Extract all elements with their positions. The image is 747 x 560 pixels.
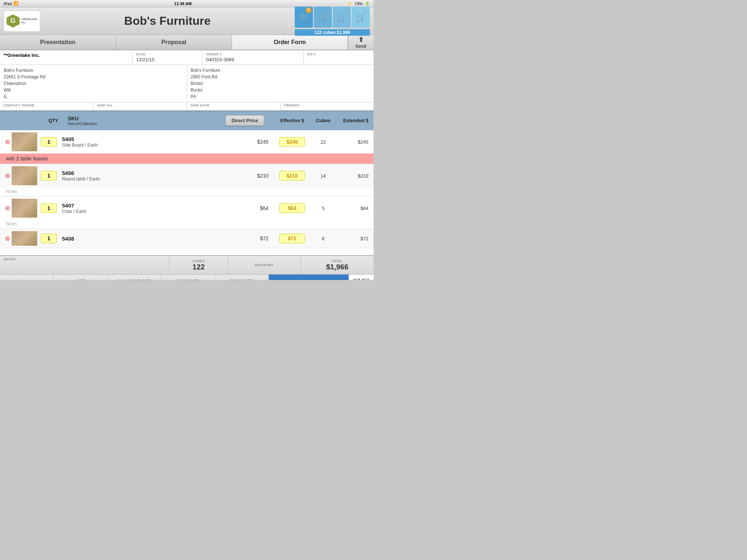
contact-phone-label: CONTACT PHONE bbox=[0, 102, 93, 110]
preposal-button[interactable]: PRE-POSAL™ bbox=[269, 275, 349, 280]
bottom-nav: v1.37.8 USER 👤 MANUFACTURER 🏭 CUSTOMER 👥… bbox=[0, 274, 374, 280]
logo-text: GREENLAKE Inc. bbox=[22, 18, 38, 24]
tab-proposal[interactable]: Proposal bbox=[116, 35, 232, 50]
qty-input-1[interactable]: 1 bbox=[41, 137, 57, 147]
bill-line-4: Will bbox=[4, 87, 183, 93]
bill-line-2: 22661 S Frontage Rd bbox=[4, 74, 183, 80]
cubes-cell-4: 6 bbox=[312, 236, 334, 241]
date-cell: DATE 12/21/15 bbox=[132, 50, 202, 65]
nav-customer-label: CUSTOMER bbox=[176, 279, 199, 280]
ship-line-2: 2900 Ford Rd bbox=[191, 74, 370, 80]
cart-button-4[interactable]: 🛒 bbox=[352, 7, 370, 28]
send-icon: ⬆ bbox=[358, 36, 364, 44]
cart-button-1[interactable]: 5 🛒 bbox=[295, 7, 313, 28]
nav-user-label: USER bbox=[75, 279, 86, 280]
table-header: QTY SKU Name/Collection Direct Price Eff… bbox=[0, 111, 374, 130]
cart-icon-1: 🛒 bbox=[299, 12, 309, 22]
cart-area: 5 🛒 🛒 🛒 🛒 122 cubes $1,966 bbox=[295, 7, 370, 36]
nav-manufacturer[interactable]: MANUFACTURER 🏭 bbox=[108, 275, 161, 280]
table-row: ⊗ 1 5407 Chair / Earth $64 $64 5 $64 Not bbox=[0, 197, 374, 229]
sku-cell-1: 5405 Side Board / Earth bbox=[62, 136, 217, 148]
nav-user[interactable]: USER 👤 bbox=[54, 275, 107, 280]
price-cell-4: $72 bbox=[217, 236, 272, 241]
app-header: G GREENLAKE Inc. Bob's Furniture 5 🛒 🛒 🛒 bbox=[0, 7, 374, 35]
cubes-cell-3: 5 bbox=[312, 206, 334, 211]
cart-button-2[interactable]: 🛒 bbox=[314, 7, 332, 28]
sku-cell-3: 5407 Chair / Earth bbox=[62, 202, 217, 214]
sku-num-2: 5406 bbox=[62, 170, 217, 176]
product-rows: ⊗ 1 5405 Side Board / Earth $245 $245 22… bbox=[0, 130, 374, 248]
notes-label-3: Notes bbox=[0, 220, 374, 229]
qty-input-4[interactable]: 1 bbox=[41, 234, 57, 243]
po-label: PO # bbox=[307, 52, 370, 56]
status-time: 11:36 AM bbox=[174, 1, 192, 6]
sku-num-4: 5408 bbox=[62, 236, 217, 242]
effective-cell-2: $210 bbox=[272, 171, 312, 180]
footer-summary: NOTES CUBES 122 DISCOUNT TOTAL $1,966 bbox=[0, 255, 374, 274]
footer-discount: DISCOUNT bbox=[228, 256, 301, 274]
battery-level: 73% bbox=[355, 1, 363, 6]
product-row-main-1: ⊗ 1 5405 Side Board / Earth $245 $245 22… bbox=[0, 130, 374, 153]
contact-row: CONTACT PHONE SHIP VIA SHIP DATE FREIGHT bbox=[0, 102, 374, 111]
price-cell-1: $245 bbox=[217, 139, 272, 145]
notes-label-2: Notes bbox=[0, 187, 374, 196]
col-sku-label: SKU bbox=[68, 116, 217, 121]
product-row-main-2: ⊗ 1 5406 Round table / Earth $210 $210 1… bbox=[0, 164, 374, 187]
svg-rect-0 bbox=[353, 279, 360, 280]
bottom-version-area: v1.37.8 bbox=[0, 275, 54, 280]
bluetooth-icon: ⚡ bbox=[347, 1, 352, 6]
logo: G GREENLAKE Inc. bbox=[4, 11, 40, 32]
direct-price-button[interactable]: Direct Price bbox=[225, 115, 264, 126]
nav-tabs: Presentation Proposal Order Form ⬆ Send bbox=[0, 35, 374, 50]
qty-cell-4: 1 bbox=[41, 234, 60, 243]
tab-presentation[interactable]: Presentation bbox=[0, 35, 116, 50]
date-label: DATE bbox=[136, 52, 198, 56]
table-row: ⊗ 1 5408 $72 $72 6 $72 bbox=[0, 229, 374, 248]
cubes-footer-value: 122 bbox=[193, 263, 205, 271]
delete-button-1[interactable]: ⊗ bbox=[3, 138, 12, 146]
effective-value-2[interactable]: $210 bbox=[279, 171, 305, 180]
extended-cell-3: $64 bbox=[334, 206, 371, 211]
effective-value-4[interactable]: $72 bbox=[279, 234, 305, 243]
effective-value-3[interactable]: $64 bbox=[279, 203, 305, 213]
battery-icon: 🔋 bbox=[365, 1, 370, 6]
company-cell: **Greenlake Inc. bbox=[0, 50, 132, 65]
thumb-img-1 bbox=[12, 132, 37, 151]
qr-button[interactable] bbox=[349, 275, 374, 280]
delete-button-3[interactable]: ⊗ bbox=[3, 204, 12, 212]
logo-company: GREENLAKE bbox=[22, 18, 38, 21]
status-right: ⚡ 73% 🔋 bbox=[347, 1, 370, 6]
nav-products[interactable]: PRODUCTS ⊞ bbox=[215, 275, 268, 280]
notes-footer-label: NOTES bbox=[4, 257, 166, 261]
product-thumb-2 bbox=[12, 166, 37, 185]
logo-letter: G bbox=[11, 17, 16, 25]
order-info-header: **Greenlake Inc. DATE 12/21/15 ORDER # 0… bbox=[0, 50, 374, 65]
delete-button-4[interactable]: ⊗ bbox=[3, 234, 12, 242]
cart-icon-4: 🛒 bbox=[356, 12, 366, 22]
address-section: Bob's Furniture 22661 S Frontage Rd Chan… bbox=[0, 65, 374, 102]
qty-input-3[interactable]: 1 bbox=[41, 203, 57, 213]
billing-address: Bob's Furniture 22661 S Frontage Rd Chan… bbox=[0, 65, 187, 102]
send-button[interactable]: ⬆ Send bbox=[348, 35, 374, 50]
wifi-icon: 📶 bbox=[13, 1, 19, 6]
tab-order-form[interactable]: Order Form bbox=[232, 35, 348, 50]
effective-value-1[interactable]: $245 bbox=[279, 137, 305, 147]
ship-line-3: Bristol bbox=[191, 80, 370, 87]
qty-input-2[interactable]: 1 bbox=[41, 171, 57, 180]
company-name: **Greenlake Inc. bbox=[4, 52, 40, 58]
extended-cell-2: $210 bbox=[334, 173, 371, 179]
col-extended: Extended $ bbox=[334, 118, 371, 123]
discount-footer-label: DISCOUNT bbox=[255, 263, 274, 267]
nav-customer[interactable]: CUSTOMER 👥 bbox=[161, 275, 215, 280]
date-value: 12/21/15 bbox=[136, 57, 198, 62]
cart-icon-3: 🛒 bbox=[337, 12, 347, 22]
sku-name-2: Round table / Earth bbox=[62, 176, 217, 182]
qty-cell-2: 1 bbox=[41, 171, 60, 180]
cart-button-3[interactable]: 🛒 bbox=[333, 7, 351, 28]
delete-button-2[interactable]: ⊗ bbox=[3, 172, 12, 180]
app-title: Bob's Furniture bbox=[40, 14, 295, 28]
sku-cell-4: 5408 bbox=[62, 236, 217, 242]
cart-icon-2: 🛒 bbox=[318, 12, 328, 22]
footer-total: TOTAL $1,966 bbox=[301, 256, 374, 274]
cart-badge: 5 bbox=[306, 7, 311, 13]
